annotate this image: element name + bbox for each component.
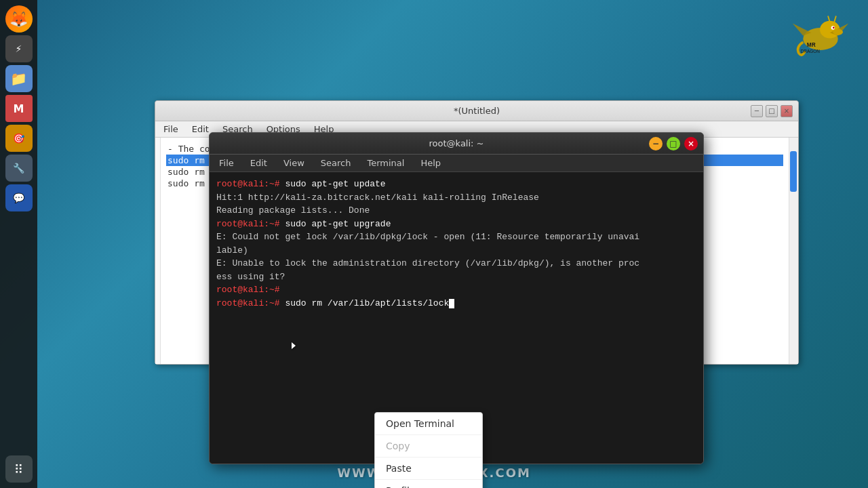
svg-text:DRAGON: DRAGON xyxy=(801,49,820,54)
taskbar-icon-terminal[interactable]: ⚡ xyxy=(5,35,33,62)
terminal-menu-search[interactable]: Search xyxy=(318,157,354,169)
terminal-menu-help[interactable]: Help xyxy=(418,157,443,169)
context-menu-copy: Copy xyxy=(375,435,482,458)
context-menu-open-terminal[interactable]: Open Terminal xyxy=(375,413,482,435)
logo: MR DRAGON xyxy=(780,7,861,61)
terminal-line-6: lable) xyxy=(216,244,696,258)
context-menu: Open Terminal Copy Paste Profiles xyxy=(374,412,483,488)
svg-point-5 xyxy=(833,26,835,28)
gedit-minimize-button[interactable]: − xyxy=(751,105,763,117)
svg-line-8 xyxy=(834,16,836,22)
terminal-menu-view[interactable]: View xyxy=(281,157,307,169)
svg-point-6 xyxy=(833,28,843,35)
terminal-menu-terminal[interactable]: Terminal xyxy=(364,157,407,169)
gedit-close-button[interactable]: × xyxy=(781,105,793,117)
terminal-line-3: Reading package lists... Done xyxy=(216,204,696,218)
terminal-titlebar: root@kali: ~ − □ × xyxy=(210,133,703,155)
terminal-menu-file[interactable]: File xyxy=(216,157,237,169)
terminal-line-1: root@kali:~# sudo apt-get update xyxy=(216,178,696,191)
terminal-menu-edit[interactable]: Edit xyxy=(248,157,270,169)
taskbar-icon-firefox[interactable]: 🦊 xyxy=(5,5,33,33)
gedit-scrollbar[interactable] xyxy=(789,138,798,364)
desktop: 🦊 ⚡ 📁 M 🎯 🔧 💬 ⠿ xyxy=(0,0,868,488)
context-menu-profiles[interactable]: Profiles xyxy=(375,480,482,488)
gedit-line-numbers xyxy=(155,138,161,364)
taskbar-left: 🦊 ⚡ 📁 M 🎯 🔧 💬 ⠿ xyxy=(0,0,37,488)
terminal-line-2: Hit:1 http://kali-za.bitcrack.net/kali k… xyxy=(216,191,696,205)
gedit-titlebar: *(Untitled) − □ × xyxy=(155,101,798,121)
gedit-maximize-button[interactable]: □ xyxy=(766,105,778,117)
taskbar-icon-apps[interactable]: ⠿ xyxy=(5,455,33,483)
taskbar-icon-b[interactable]: 🎯 xyxy=(5,125,33,152)
terminal-close-button[interactable]: × xyxy=(684,137,698,150)
terminal-title: root@kali: ~ xyxy=(429,138,484,148)
svg-text:MR: MR xyxy=(807,42,816,48)
gedit-menu-file[interactable]: File xyxy=(161,123,181,136)
taskbar-icon-files[interactable]: 📁 xyxy=(5,65,33,92)
gedit-title: *(Untitled) xyxy=(454,106,500,116)
terminal-line-9: root@kali:~# xyxy=(216,283,696,297)
taskbar-icon-social[interactable]: 💬 xyxy=(5,184,33,211)
terminal-line-7: E: Unable to lock the administration dir… xyxy=(216,257,696,270)
terminal-maximize-button[interactable]: □ xyxy=(667,137,680,150)
context-menu-paste[interactable]: Paste xyxy=(375,458,482,480)
terminal-line-5: E: Could not get lock /var/lib/dpkg/lock… xyxy=(216,230,696,244)
gedit-menu-edit[interactable]: Edit xyxy=(189,123,212,136)
taskbar-icon-m[interactable]: M xyxy=(5,95,33,122)
terminal-minimize-button[interactable]: − xyxy=(649,137,663,150)
gedit-scroll-thumb xyxy=(790,151,797,192)
terminal-line-4: root@kali:~# sudo apt-get upgrade xyxy=(216,218,696,231)
gedit-controls: − □ × xyxy=(751,105,793,117)
terminal-line-8: ess using it? xyxy=(216,270,696,284)
terminal-line-10: root@kali:~# sudo rm /var/lib/apt/lists/… xyxy=(216,297,696,310)
terminal-controls: − □ × xyxy=(649,137,698,150)
terminal-menubar: File Edit View Search Terminal Help xyxy=(210,155,703,172)
taskbar-icon-tool[interactable]: 🔧 xyxy=(5,155,33,182)
